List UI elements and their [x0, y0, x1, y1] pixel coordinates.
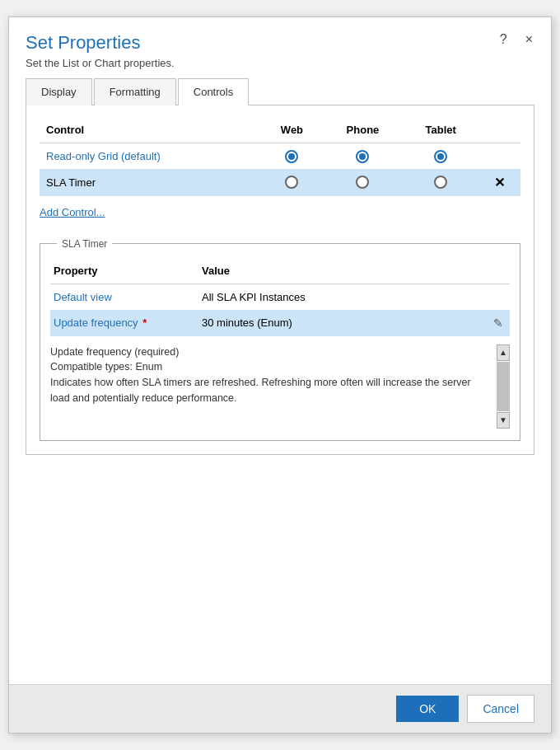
col-header-control: Control — [40, 119, 261, 143]
radio-tablet-cell — [403, 169, 479, 196]
radio-tablet-checked[interactable] — [434, 150, 447, 163]
radio-web-checked[interactable] — [285, 150, 298, 163]
col-header-tablet: Tablet — [403, 119, 479, 143]
control-name-cell: Read-only Grid (default) — [40, 143, 261, 169]
col-header-web: Web — [261, 119, 323, 143]
control-name-link[interactable]: Read-only Grid (default) — [46, 150, 161, 162]
col-header-actions — [479, 119, 520, 143]
cancel-button[interactable]: Cancel — [467, 695, 534, 723]
prop-value-cell: All SLA KPI Instances — [198, 284, 510, 310]
prop-value-cell: 30 minutes (Enum) ✎ — [198, 310, 510, 336]
required-indicator: * — [140, 316, 147, 329]
set-properties-dialog: Set Properties Set the List or Chart pro… — [8, 16, 552, 734]
radio-tablet-unchecked[interactable] — [434, 176, 447, 189]
prop-header-value: Value — [198, 260, 510, 284]
ok-button[interactable]: OK — [396, 696, 459, 722]
radio-phone-unchecked[interactable] — [356, 176, 369, 189]
col-header-phone: Phone — [323, 119, 403, 143]
tab-controls-content: Control Web Phone Tablet Read-only Grid … — [26, 105, 534, 455]
tab-controls[interactable]: Controls — [178, 78, 249, 105]
remove-control-button[interactable]: ✕ — [494, 175, 505, 190]
properties-table: Property Value Default view All SLA KPI … — [50, 260, 510, 336]
prop-row: Update frequency * 30 minutes (Enum) ✎ — [50, 310, 510, 336]
prop-name-cell: Default view — [50, 284, 198, 310]
radio-phone-cell — [323, 169, 403, 196]
dialog-content: Display Formatting Controls Control Web … — [9, 77, 551, 684]
controls-table: Control Web Phone Tablet Read-only Grid … — [40, 119, 520, 196]
radio-web-cell — [261, 143, 323, 169]
header-actions: ? × — [495, 30, 538, 49]
help-button[interactable]: ? — [495, 30, 512, 49]
remove-cell — [479, 143, 520, 169]
scroll-track — [497, 362, 510, 411]
scroll-down-button[interactable]: ▼ — [497, 412, 510, 429]
table-row: SLA Timer ✕ — [40, 169, 520, 196]
tab-display[interactable]: Display — [26, 78, 92, 105]
prop-name-cell: Update frequency * — [50, 310, 198, 336]
radio-phone-cell — [323, 143, 403, 169]
close-button[interactable]: × — [520, 30, 538, 49]
tabs-bar: Display Formatting Controls — [26, 77, 534, 105]
prop-row: Default view All SLA KPI Instances — [50, 284, 510, 310]
dialog-subtitle: Set the List or Chart properties. — [26, 57, 534, 69]
description-area: Update frequency (required) Compatible t… — [50, 345, 510, 427]
sla-timer-legend: SLA Timer — [57, 238, 112, 250]
edit-icon[interactable]: ✎ — [493, 316, 503, 330]
dialog-title: Set Properties — [26, 32, 534, 54]
radio-phone-checked[interactable] — [356, 150, 369, 163]
sla-timer-fieldset: SLA Timer Property Value Default view — [40, 238, 520, 441]
radio-tablet-cell — [403, 143, 479, 169]
control-name-cell: SLA Timer — [40, 169, 261, 196]
prop-header-property: Property — [50, 260, 198, 284]
add-control-link[interactable]: Add Control... — [40, 206, 105, 218]
description-text: Update frequency (required) Compatible t… — [50, 345, 490, 406]
dialog-footer: OK Cancel — [9, 684, 551, 733]
dialog-header: Set Properties Set the List or Chart pro… — [9, 17, 551, 77]
scrollbar: ▲ ▼ — [497, 345, 510, 429]
radio-web-cell — [261, 169, 323, 196]
tab-formatting[interactable]: Formatting — [94, 78, 176, 105]
table-row: Read-only Grid (default) — [40, 143, 520, 169]
radio-web-unchecked[interactable] — [285, 176, 298, 189]
scroll-up-button[interactable]: ▲ — [497, 345, 510, 361]
remove-cell: ✕ — [479, 169, 520, 196]
